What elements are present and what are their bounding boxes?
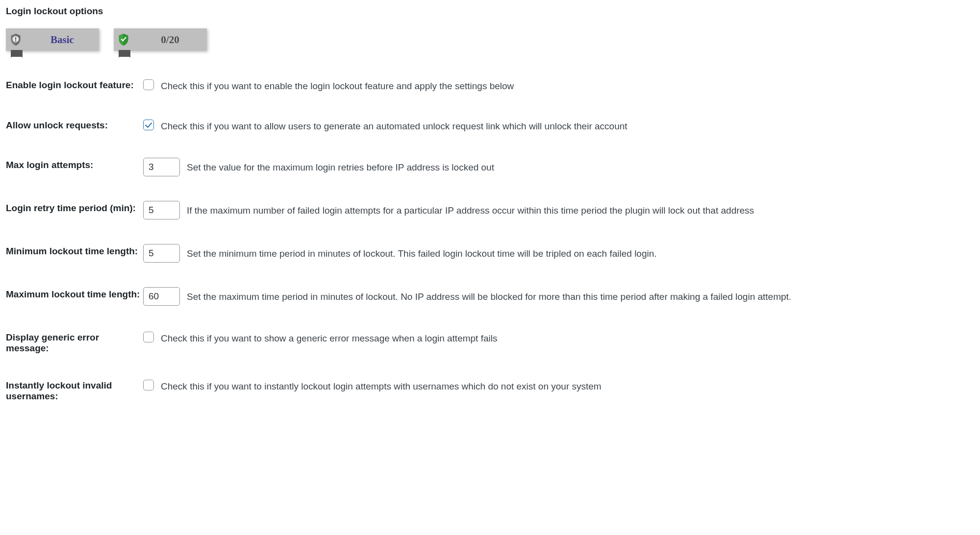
badge-score-label: 0/20 xyxy=(133,28,207,51)
input-minimum-lockout-time-length[interactable] xyxy=(143,244,180,263)
row-maximum-lockout-time-length: Maximum lockout time length: Set the max… xyxy=(6,287,974,306)
shield-grey-icon-wrap xyxy=(6,28,25,51)
checkbox-allow-unlock-requests[interactable] xyxy=(143,120,154,130)
badges-row: Basic 0/20 xyxy=(6,28,974,51)
shield-alert-icon xyxy=(10,33,21,46)
section-title: Login lockout options xyxy=(6,6,974,17)
label-display-generic-error-message: Display generic error message: xyxy=(6,330,143,354)
row-login-retry-time-period: Login retry time period (min): If the ma… xyxy=(6,201,974,219)
row-max-login-attempts: Max login attempts: Set the value for th… xyxy=(6,158,974,176)
desc-minimum-lockout-time-length: Set the minimum time period in minutes o… xyxy=(187,244,657,261)
badge-basic-label: Basic xyxy=(25,28,99,51)
svg-point-2 xyxy=(15,41,16,42)
desc-allow-unlock-requests: Check this if you want to allow users to… xyxy=(161,118,628,134)
settings-form: Enable login lockout feature: Check this… xyxy=(6,78,974,402)
desc-login-retry-time-period: If the maximum number of failed login at… xyxy=(187,201,754,218)
desc-max-login-attempts: Set the value for the maximum login retr… xyxy=(187,158,494,175)
label-enable-login-lockout: Enable login lockout feature: xyxy=(6,78,143,91)
desc-display-generic-error-message: Check this if you want to show a generic… xyxy=(161,330,497,346)
ribbon-tail xyxy=(11,50,23,66)
checkbox-display-generic-error-message[interactable] xyxy=(143,332,154,342)
row-instantly-lockout-invalid-usernames: Instantly lockout invalid usernames: Che… xyxy=(6,378,974,402)
label-minimum-lockout-time-length: Minimum lockout time length: xyxy=(6,244,143,257)
desc-instantly-lockout-invalid-usernames: Check this if you want to instantly lock… xyxy=(161,378,602,394)
desc-enable-login-lockout: Check this if you want to enable the log… xyxy=(161,78,514,94)
row-enable-login-lockout: Enable login lockout feature: Check this… xyxy=(6,78,974,94)
label-allow-unlock-requests: Allow unlock requests: xyxy=(6,118,143,131)
desc-maximum-lockout-time-length: Set the maximum time period in minutes o… xyxy=(187,287,791,304)
row-display-generic-error-message: Display generic error message: Check thi… xyxy=(6,330,974,354)
row-minimum-lockout-time-length: Minimum lockout time length: Set the min… xyxy=(6,244,974,263)
checkbox-enable-login-lockout[interactable] xyxy=(143,79,154,90)
label-login-retry-time-period: Login retry time period (min): xyxy=(6,201,143,214)
input-login-retry-time-period[interactable] xyxy=(143,201,180,219)
shield-check-icon xyxy=(118,33,129,46)
svg-rect-1 xyxy=(15,37,16,40)
label-maximum-lockout-time-length: Maximum lockout time length: xyxy=(6,287,143,300)
label-max-login-attempts: Max login attempts: xyxy=(6,158,143,170)
badge-score: 0/20 xyxy=(114,28,207,51)
input-max-login-attempts[interactable] xyxy=(143,158,180,176)
badge-basic: Basic xyxy=(6,28,99,51)
row-allow-unlock-requests: Allow unlock requests: Check this if you… xyxy=(6,118,974,134)
input-maximum-lockout-time-length[interactable] xyxy=(143,287,180,306)
shield-green-icon-wrap xyxy=(114,28,133,51)
label-instantly-lockout-invalid-usernames: Instantly lockout invalid usernames: xyxy=(6,378,143,402)
checkbox-instantly-lockout-invalid-usernames[interactable] xyxy=(143,380,154,390)
ribbon-tail xyxy=(119,50,130,66)
